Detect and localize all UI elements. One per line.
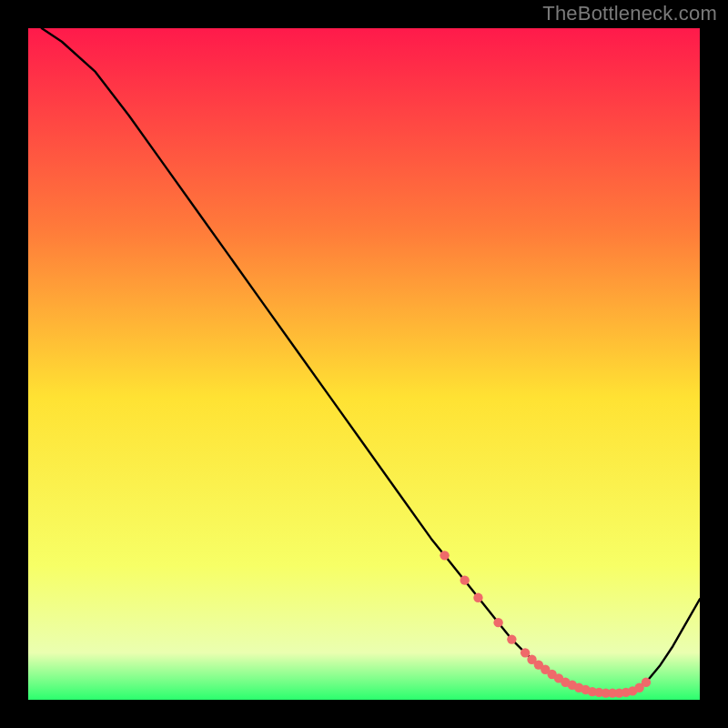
marker-dot xyxy=(460,575,470,584)
watermark-text: TheBottleneck.com xyxy=(542,2,717,25)
gradient-background xyxy=(28,28,700,700)
marker-dot xyxy=(507,634,516,643)
marker-dot xyxy=(493,618,502,627)
marker-dot xyxy=(521,648,530,657)
marker-dot xyxy=(473,593,482,602)
marker-dot xyxy=(440,551,449,560)
chart-frame: TheBottleneck.com xyxy=(0,0,728,728)
bottleneck-chart xyxy=(28,28,700,700)
marker-dot xyxy=(642,678,651,687)
